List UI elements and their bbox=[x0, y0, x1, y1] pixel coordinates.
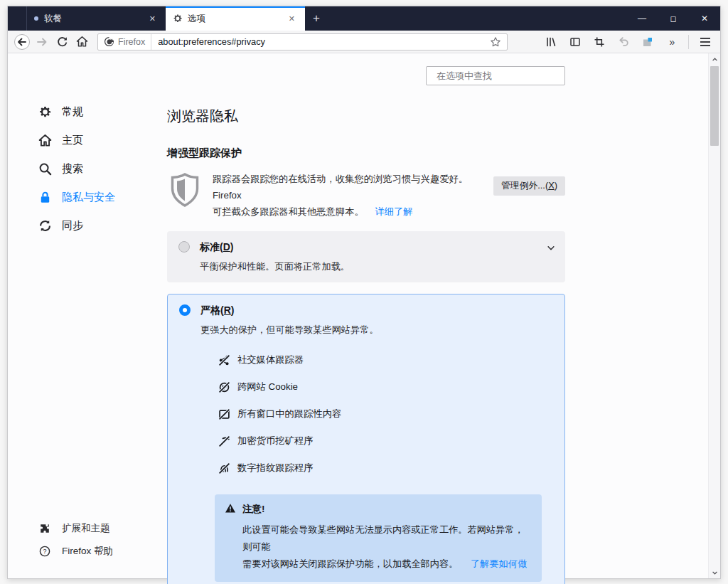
gear-icon bbox=[173, 14, 183, 23]
sidebar-item-label: 扩展和主题 bbox=[62, 522, 110, 535]
gear-icon bbox=[38, 105, 52, 119]
sidebar-item-firefox-help[interactable]: ? Firefox 帮助 bbox=[8, 540, 113, 563]
window-controls: — ◻ ✕ bbox=[626, 6, 720, 31]
tabbar-spacer bbox=[8, 6, 26, 31]
app-menu-icon[interactable] bbox=[695, 32, 716, 52]
list-item-fingerprinters: 数字指纹跟踪程序 bbox=[218, 455, 553, 482]
sidebar-item-label: 隐私与安全 bbox=[62, 191, 115, 204]
sidebar-item-label: Firefox 帮助 bbox=[62, 545, 113, 558]
radio-standard[interactable] bbox=[178, 241, 190, 253]
blocked-list: 社交媒体跟踪器 跨网站 Cookie 所有窗口中的跟 bbox=[218, 346, 553, 482]
option-strict-title: 严格(R) bbox=[200, 304, 553, 317]
toolbar-separator bbox=[688, 35, 689, 49]
sidebar-item-extensions-themes[interactable]: 扩展和主题 bbox=[8, 517, 110, 540]
sidebar-item-label: 搜索 bbox=[62, 162, 83, 176]
fingerprinter-blocked-icon bbox=[218, 462, 230, 474]
scrollbar[interactable] bbox=[708, 53, 720, 578]
sidebar-item-label: 同步 bbox=[62, 219, 83, 233]
option-standard-desc: 平衡保护和性能。页面将正常加载。 bbox=[200, 260, 554, 273]
preferences-search[interactable] bbox=[426, 66, 565, 85]
help-icon: ? bbox=[38, 546, 52, 557]
warning-title: 注意! bbox=[242, 503, 265, 516]
extension-badge-icon[interactable] bbox=[637, 32, 658, 52]
cookie-blocked-icon bbox=[218, 381, 230, 393]
preferences-sidebar: 常规 主页 搜索 隐私与安全 bbox=[8, 53, 167, 578]
social-tracker-blocked-icon bbox=[218, 354, 230, 366]
chevron-down-icon[interactable] bbox=[547, 243, 555, 255]
scroll-down-arrow[interactable] bbox=[709, 567, 721, 578]
tab-close-icon[interactable]: ✕ bbox=[286, 13, 298, 25]
list-item-cryptominers: 加密货币挖矿程序 bbox=[218, 428, 553, 455]
url-text[interactable]: about:preferences#privacy bbox=[151, 36, 484, 47]
warning-text: 此设置可能会导致某些网站无法显示内容或正常工作。若网站异常，则可能 需要对该网站… bbox=[242, 521, 532, 573]
minimize-button[interactable]: — bbox=[626, 6, 658, 31]
navigation-toolbar: Firefox about:preferences#privacy bbox=[8, 31, 720, 53]
cryptominer-blocked-icon bbox=[218, 435, 230, 447]
radio-strict[interactable] bbox=[179, 304, 191, 316]
tab-favicon-dot-icon bbox=[34, 16, 38, 21]
bookmark-star-icon[interactable] bbox=[484, 36, 507, 48]
list-item-tracking-content: 所有窗口中的跟踪性内容 bbox=[218, 400, 553, 428]
tracking-content-blocked-icon bbox=[218, 408, 230, 420]
option-standard-title: 标准(D) bbox=[200, 241, 554, 254]
sidebar-item-sync[interactable]: 同步 bbox=[8, 211, 167, 240]
manage-exceptions-button[interactable]: 管理例外...(X) bbox=[493, 176, 565, 196]
warning-icon bbox=[225, 503, 236, 516]
firefox-logo-icon bbox=[104, 36, 114, 47]
list-item-social-trackers: 社交媒体跟踪器 bbox=[218, 346, 553, 373]
undo-icon[interactable] bbox=[613, 32, 634, 52]
tab-options[interactable]: 选项 ✕ bbox=[166, 6, 305, 31]
sidebar-item-home[interactable]: 主页 bbox=[8, 126, 167, 154]
sync-icon bbox=[38, 219, 52, 233]
scroll-up-arrow[interactable] bbox=[709, 53, 721, 65]
new-tab-button[interactable]: + bbox=[305, 6, 328, 31]
warning-help-link[interactable]: 了解要如何做 bbox=[471, 558, 527, 569]
page-title: 浏览器隐私 bbox=[167, 107, 565, 126]
option-strict-desc: 更强大的保护，但可能导致某些网站异常。 bbox=[200, 324, 553, 336]
identity-label: Firefox bbox=[118, 37, 145, 47]
tabbar-drag-area bbox=[328, 6, 626, 31]
identity-box[interactable]: Firefox bbox=[98, 34, 151, 50]
strict-warning-box: 注意! 此设置可能会导致某些网站无法显示内容或正常工作。若网站异常，则可能 需要… bbox=[215, 494, 542, 582]
home-icon bbox=[38, 134, 52, 147]
tab-title: 选项 bbox=[188, 13, 286, 25]
learn-more-link[interactable]: 详细了解 bbox=[375, 206, 412, 217]
back-button[interactable] bbox=[12, 32, 32, 52]
close-button[interactable]: ✕ bbox=[689, 6, 720, 31]
sidebar-toggle-icon[interactable] bbox=[564, 32, 586, 52]
tab-ruancan[interactable]: 软餐 ✕ bbox=[26, 6, 166, 31]
url-bar[interactable]: Firefox about:preferences#privacy bbox=[97, 33, 508, 51]
sidebar-item-general[interactable]: 常规 bbox=[8, 97, 167, 126]
shield-icon bbox=[167, 172, 203, 220]
tab-close-icon[interactable]: ✕ bbox=[146, 13, 159, 25]
forward-button[interactable] bbox=[32, 32, 52, 52]
sidebar-item-search[interactable]: 搜索 bbox=[8, 154, 167, 183]
screenshot-crop-icon[interactable] bbox=[589, 32, 610, 52]
etp-description: 跟踪器会跟踪您的在线活动，收集您的浏览习惯与兴趣爱好。Firefox 可拦截众多… bbox=[213, 171, 486, 220]
tab-bar: 软餐 ✕ 选项 ✕ + — ◻ ✕ bbox=[8, 6, 720, 31]
privacy-settings-main: 浏览器隐私 增强型跟踪保护 跟踪器会跟踪您的在线活动，收集您的浏览习惯与兴趣爱好… bbox=[167, 53, 565, 584]
option-standard[interactable]: 标准(D) 平衡保护和性能。页面将正常加载。 bbox=[167, 231, 565, 282]
reload-icon[interactable] bbox=[52, 32, 72, 52]
preferences-page: 常规 主页 搜索 隐私与安全 bbox=[8, 53, 720, 578]
browser-window: 软餐 ✕ 选项 ✕ + — ◻ ✕ bbox=[7, 6, 721, 579]
tab-title: 软餐 bbox=[44, 13, 146, 25]
lock-icon bbox=[38, 191, 52, 204]
list-item-cross-site-cookies: 跨网站 Cookie bbox=[218, 373, 553, 400]
search-icon bbox=[38, 162, 52, 176]
puzzle-piece-icon bbox=[38, 523, 52, 534]
svg-text:?: ? bbox=[43, 548, 46, 555]
scrollbar-thumb[interactable] bbox=[710, 66, 719, 146]
overflow-menu-icon[interactable]: » bbox=[661, 32, 682, 52]
maximize-button[interactable]: ◻ bbox=[658, 6, 689, 31]
section-title: 增强型跟踪保护 bbox=[167, 147, 565, 160]
sidebar-item-privacy-security[interactable]: 隐私与安全 bbox=[8, 183, 167, 211]
sidebar-item-label: 常规 bbox=[62, 105, 83, 119]
option-strict[interactable]: 严格(R) 更强大的保护，但可能导致某些网站异常。 社交媒体跟踪器 bbox=[167, 294, 565, 584]
search-input[interactable] bbox=[437, 70, 562, 81]
home-button[interactable] bbox=[72, 32, 92, 52]
toolbar-icons: » bbox=[540, 32, 716, 52]
sidebar-item-label: 主页 bbox=[62, 134, 83, 147]
library-icon[interactable] bbox=[540, 32, 562, 52]
